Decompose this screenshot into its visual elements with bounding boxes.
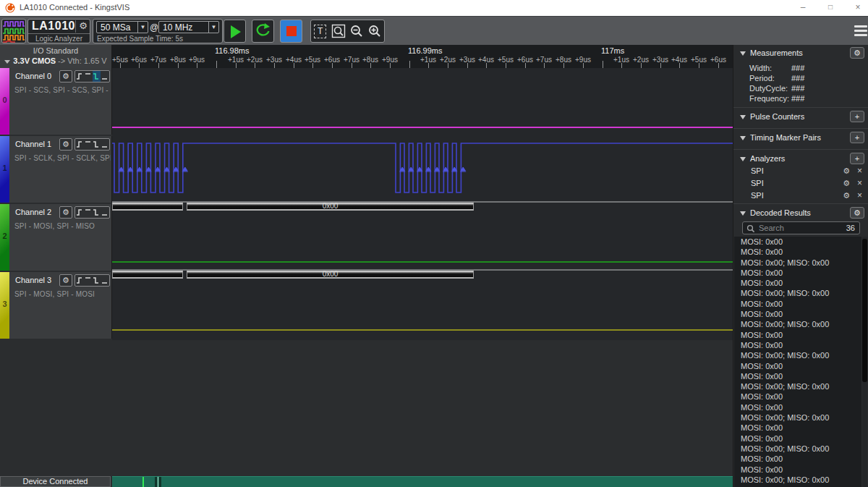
chevron-down-icon[interactable]: ▼ xyxy=(137,22,148,33)
decoded-result-row[interactable]: MOSI: 0x00 xyxy=(734,454,861,464)
trigger-rising-edge-icon[interactable] xyxy=(75,207,84,218)
spi-decode-frame[interactable] xyxy=(112,203,183,211)
overview-viewport-marker[interactable] xyxy=(155,477,161,487)
decoded-result-row[interactable]: MOSI: 0x00 xyxy=(734,309,861,319)
channel-color-strip[interactable]: 1 xyxy=(0,136,9,203)
analyzer-settings-gear-icon[interactable]: ⚙ xyxy=(843,166,850,176)
decoded-result-row[interactable]: MOSI: 0x00 xyxy=(734,391,861,402)
channel-header[interactable]: Channel 2⚙SPI - MOSI, SPI - MISO xyxy=(9,204,112,271)
channel-color-strip[interactable]: 0 xyxy=(0,68,9,135)
channel-settings-button[interactable]: ⚙ xyxy=(59,206,72,219)
channel-color-strip[interactable]: 3 xyxy=(0,272,9,339)
pulse-counters-header[interactable]: Pulse Counters + xyxy=(733,111,868,124)
channel-header[interactable]: Channel 3⚙SPI - MOSI, SPI - MOSI xyxy=(9,272,112,339)
decoded-result-row[interactable]: MOSI: 0x00; MISO: 0x00 xyxy=(734,444,861,454)
trigger-high-level-icon[interactable] xyxy=(84,71,93,82)
decoded-result-row[interactable]: MOSI: 0x00; MISO: 0x00 xyxy=(734,350,861,360)
maximize-button[interactable]: □ xyxy=(817,0,844,16)
trigger-rising-edge-icon[interactable] xyxy=(75,275,84,286)
trigger-rising-edge-icon[interactable] xyxy=(75,139,84,150)
analyzer-remove-icon[interactable]: × xyxy=(857,166,862,176)
minimize-button[interactable]: – xyxy=(789,0,817,16)
decoded-result-row[interactable]: MOSI: 0x00; MISO: 0x00 xyxy=(734,288,861,298)
measurements-header[interactable]: Measurements ⚙ xyxy=(733,47,868,60)
trigger-high-level-icon[interactable] xyxy=(84,139,93,150)
channel-settings-button[interactable]: ⚙ xyxy=(59,70,72,82)
decoded-result-row[interactable]: MOSI: 0x00 xyxy=(734,340,861,350)
decoded-results-settings-button[interactable]: ⚙ xyxy=(850,207,864,219)
trigger-low-level-icon[interactable] xyxy=(101,71,109,82)
analyzer-item[interactable]: SPI⚙× xyxy=(733,190,868,202)
add-analyzer-button[interactable]: + xyxy=(850,153,864,164)
channel-settings-button[interactable]: ⚙ xyxy=(59,138,72,151)
decoded-result-row[interactable]: MOSI: 0x00 xyxy=(734,433,861,444)
add-pulse-counter-button[interactable]: + xyxy=(850,111,864,122)
trigger-rising-edge-icon[interactable] xyxy=(75,71,84,82)
decoded-result-row[interactable]: MOSI: 0x00; MISO: 0x00 xyxy=(734,258,861,268)
search-input[interactable] xyxy=(759,223,838,233)
stop-capture-button[interactable] xyxy=(280,20,302,43)
trigger-falling-edge-icon[interactable] xyxy=(93,207,101,218)
decoded-result-row[interactable]: MOSI: 0x00 xyxy=(734,299,861,309)
decoded-result-row[interactable]: MOSI: 0x00 xyxy=(734,237,861,247)
analyzer-remove-icon[interactable]: × xyxy=(857,178,862,188)
sample-rate-dropdown[interactable]: 10 MHz ▼ xyxy=(158,21,219,33)
decoded-result-row[interactable]: MOSI: 0x00; MISO: 0x00 xyxy=(734,412,861,423)
chevron-down-icon[interactable]: ▼ xyxy=(208,22,218,33)
decoded-result-row[interactable]: MOSI: 0x00 xyxy=(734,247,861,257)
trigger-low-level-icon[interactable] xyxy=(101,207,109,218)
decoded-results-header[interactable]: Decoded Results ⚙ xyxy=(733,207,868,220)
timing-marker-pairs-header[interactable]: Timing Marker Pairs + xyxy=(733,132,868,145)
decoded-result-row[interactable]: MOSI: 0x00; MISO: 0x00 xyxy=(734,319,861,329)
spi-decode-frame[interactable]: 0x00 xyxy=(187,203,474,211)
timing-marker-tool-button[interactable]: T xyxy=(312,23,328,39)
scrollbar-thumb[interactable] xyxy=(862,239,867,382)
decoded-result-row[interactable]: MOSI: 0x00 xyxy=(734,423,861,433)
decoded-result-row[interactable]: MOSI: 0x00; MISO: 0x00 xyxy=(734,381,861,391)
channel-header[interactable]: Channel 0⚙SPI - SCS, SPI - SCS, SPI - SC… xyxy=(9,68,112,135)
analyzer-settings-gear-icon[interactable]: ⚙ xyxy=(843,179,850,188)
spi-decode-frame[interactable]: 0x00 xyxy=(187,271,474,279)
decoded-result-row[interactable]: MOSI: 0x00 xyxy=(734,330,861,340)
decoded-result-row[interactable]: MOSI: 0x00 xyxy=(734,402,861,412)
add-timing-marker-button[interactable]: + xyxy=(850,132,864,143)
timeline-ruler[interactable]: +5us+6us+7us+8us+9us116.98ms+1us+2us+3us… xyxy=(112,45,733,68)
zoom-out-button[interactable] xyxy=(349,23,365,39)
trigger-falling-edge-icon[interactable] xyxy=(93,275,101,286)
device-selector[interactable]: LA1010 ⚙ Logic Analyzer xyxy=(27,19,90,43)
start-capture-button[interactable] xyxy=(224,20,246,43)
channel-header[interactable]: Channel 1⚙SPI - SCLK, SPI - SCLK, SPI - … xyxy=(9,136,112,203)
analyzer-item[interactable]: SPI⚙× xyxy=(733,166,868,177)
trigger-low-level-icon[interactable] xyxy=(101,275,109,286)
channel-color-strip[interactable]: 2 xyxy=(0,204,9,271)
analyzer-settings-gear-icon[interactable]: ⚙ xyxy=(843,191,850,200)
decoded-result-row[interactable]: MOSI: 0x00 xyxy=(734,268,861,278)
decoded-result-row[interactable]: MOSI: 0x00 xyxy=(734,465,861,475)
zoom-in-button[interactable] xyxy=(367,23,383,39)
trigger-falling-edge-icon[interactable] xyxy=(93,71,101,82)
decoded-result-row[interactable]: MOSI: 0x00 xyxy=(734,371,861,381)
decoded-result-row[interactable]: MOSI: 0x00 xyxy=(734,278,861,288)
close-button[interactable]: × xyxy=(844,0,868,16)
zoom-selection-button[interactable] xyxy=(331,23,346,39)
analyzer-item[interactable]: SPI⚙× xyxy=(733,178,868,190)
trigger-high-level-icon[interactable] xyxy=(84,275,93,286)
sample-count-dropdown[interactable]: 50 MSa ▼ xyxy=(96,21,148,33)
spi-decode-frame[interactable] xyxy=(112,271,183,279)
trigger-low-level-icon[interactable] xyxy=(101,139,109,150)
analyzer-remove-icon[interactable]: × xyxy=(857,190,862,200)
analyzers-header[interactable]: Analyzers + xyxy=(733,153,868,166)
repeat-capture-button[interactable] xyxy=(252,20,274,43)
decoded-result-row[interactable]: MOSI: 0x00 xyxy=(734,361,861,371)
capture-overview-bar[interactable] xyxy=(112,476,733,487)
measurements-settings-button[interactable]: ⚙ xyxy=(850,47,864,59)
trigger-high-level-icon[interactable] xyxy=(84,207,93,218)
decoded-scrollbar[interactable] xyxy=(862,237,867,487)
decoded-result-row[interactable]: MOSI: 0x00; MISO: 0x00 xyxy=(734,475,861,485)
device-settings-gear-icon[interactable]: ⚙ xyxy=(75,20,88,33)
decoded-results-list[interactable]: MOSI: 0x00MOSI: 0x00MOSI: 0x00; MISO: 0x… xyxy=(734,237,861,487)
io-standard-header[interactable]: I/O Standard 3.3V CMOS -> Vth: 1.65 V xyxy=(0,45,112,68)
menu-button[interactable] xyxy=(854,25,867,36)
trigger-falling-edge-icon[interactable] xyxy=(93,139,101,150)
channel-settings-button[interactable]: ⚙ xyxy=(59,274,72,287)
